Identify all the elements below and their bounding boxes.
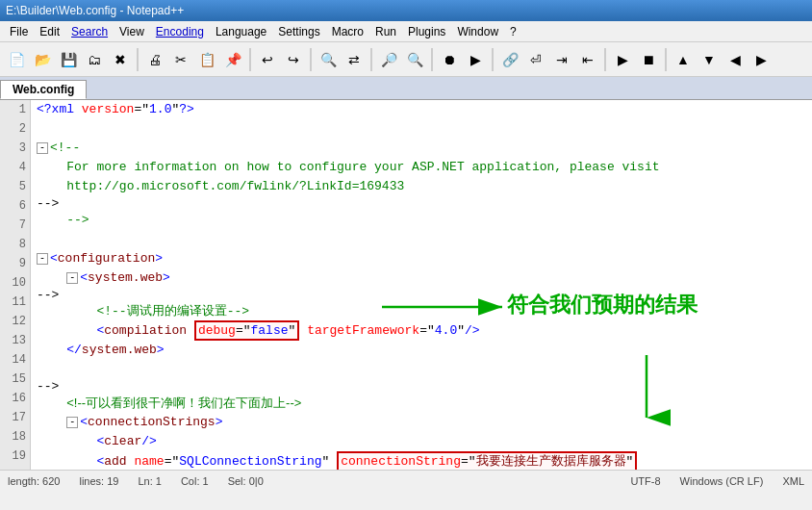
status-lines: lines: 19	[79, 475, 118, 487]
status-length: length: 620	[8, 475, 60, 487]
paste-button[interactable]: 📌	[220, 47, 245, 72]
wrap-button[interactable]: ⏎	[523, 47, 548, 72]
code-line-2	[37, 119, 812, 139]
tab-label: Web.config	[13, 83, 74, 96]
print-button[interactable]: 🖨	[142, 47, 167, 72]
code-line-16: <clear/>	[37, 432, 812, 451]
status-encoding: UTF-8	[630, 475, 660, 487]
deindent-button[interactable]: ⇤	[575, 47, 600, 72]
toolbar-sep-8	[665, 48, 667, 71]
code-line-4: For more information on how to configure…	[37, 158, 812, 177]
toolbar-sep-3	[310, 48, 312, 71]
code-line-15: -<connectionStrings>	[37, 413, 812, 432]
toolbar-sep-7	[604, 48, 606, 71]
menu-encoding[interactable]: Encoding	[150, 23, 210, 40]
macro-play-button[interactable]: ▶	[463, 47, 488, 72]
code-line-5: http://go.microsoft.com/fwlink/?LinkId=1…	[37, 177, 812, 196]
code-line-14: <!--可以看到很干净啊！我们在下面加上-->	[37, 394, 812, 413]
code-line-12: </system.web>	[37, 341, 812, 360]
status-type: XML	[782, 475, 804, 487]
tab-webconfig[interactable]: Web.config	[0, 80, 87, 99]
zoom-in-button[interactable]: 🔎	[376, 47, 401, 72]
indent-button[interactable]: ⇥	[549, 47, 574, 72]
tab-bar: Web.config	[0, 77, 812, 100]
menu-plugins[interactable]: Plugins	[402, 23, 451, 40]
copy-button[interactable]: 📋	[194, 47, 219, 72]
toolbar-sep-5	[431, 48, 433, 71]
toolbar-sep-1	[137, 48, 139, 71]
move-left-button[interactable]: ◀	[723, 47, 748, 72]
fold-marker-9[interactable]: -	[66, 272, 78, 284]
code-line-6: -->	[37, 211, 812, 230]
menu-edit[interactable]: Edit	[34, 23, 65, 40]
status-col: Col: 1	[181, 475, 209, 487]
code-line-7	[37, 230, 812, 249]
move-right-button[interactable]: ▶	[749, 47, 774, 72]
menu-search[interactable]: Search	[65, 23, 114, 40]
code-line-3: -<!--	[37, 139, 812, 158]
code-line-8: -<configuration>	[37, 249, 812, 268]
fold-marker-3[interactable]: -	[37, 142, 48, 154]
close-button[interactable]: ✖	[108, 47, 133, 72]
redo-button[interactable]: ↪	[281, 47, 306, 72]
toolbar-sep-2	[249, 48, 251, 71]
menu-window[interactable]: Window	[451, 23, 504, 40]
new-button[interactable]: 📄	[4, 47, 29, 72]
code-line-1: <?xml version="1.0"?>	[37, 100, 812, 119]
menu-macro[interactable]: Macro	[326, 23, 369, 40]
cut-button[interactable]: ✂	[168, 47, 193, 72]
undo-button[interactable]: ↩	[255, 47, 280, 72]
menu-language[interactable]: Language	[210, 23, 272, 40]
save-all-button[interactable]: 🗂	[82, 47, 107, 72]
move-down-button[interactable]: ▼	[697, 47, 722, 72]
open-button[interactable]: 📂	[30, 47, 55, 72]
code-line-17: <add name="SQLConnectionString" connecti…	[37, 451, 812, 470]
code-area: 1 2 3 4 5 6 7 8 9 10 11 12 13 14 15 16 1…	[0, 100, 812, 470]
code-line-9: -<system.web>	[37, 268, 812, 288]
menu-help[interactable]: ?	[504, 23, 522, 40]
stop-button[interactable]: ⏹	[636, 47, 661, 72]
code-line-13	[37, 360, 812, 379]
title-bar: E:\Builder\Web.config - Notepad++	[0, 0, 812, 21]
toolbar-sep-4	[370, 48, 372, 71]
save-button[interactable]: 💾	[56, 47, 81, 72]
replace-button[interactable]: ⇄	[342, 47, 367, 72]
macro-button[interactable]: ⏺	[437, 47, 462, 72]
menu-file[interactable]: File	[4, 23, 34, 40]
run-button[interactable]: ▶	[610, 47, 635, 72]
status-eol: Windows (CR LF)	[680, 475, 764, 487]
status-bar: length: 620 lines: 19 Ln: 1 Col: 1 Sel: …	[0, 470, 812, 491]
title-text: E:\Builder\Web.config - Notepad++	[6, 4, 184, 17]
code-line-11: <compilation debug="false" targetFramewo…	[37, 321, 812, 341]
find-button[interactable]: 🔍	[316, 47, 341, 72]
status-sel: Sel: 0|0	[228, 475, 264, 487]
toolbar: 📄 📂 💾 🗂 ✖ 🖨 ✂ 📋 📌 ↩ ↪ 🔍 ⇄ 🔎 🔍 ⏺ ▶ 🔗 ⏎ ⇥ …	[0, 42, 812, 77]
code-line-10: <!--调试用的编译设置-->	[37, 302, 812, 321]
menu-settings[interactable]: Settings	[272, 23, 325, 40]
fold-marker-8[interactable]: -	[37, 253, 48, 265]
code-content[interactable]: <?xml version="1.0"?> -<!-- For more inf…	[31, 100, 812, 470]
line-numbers: 1 2 3 4 5 6 7 8 9 10 11 12 13 14 15 16 1…	[0, 100, 31, 470]
menu-bar: File Edit Search View Encoding Language …	[0, 21, 812, 42]
menu-run[interactable]: Run	[369, 23, 402, 40]
menu-view[interactable]: View	[114, 23, 150, 40]
move-up-button[interactable]: ▲	[671, 47, 696, 72]
toolbar-sep-6	[492, 48, 494, 71]
fold-marker-15[interactable]: -	[66, 417, 78, 428]
status-ln: Ln: 1	[138, 475, 161, 487]
zoom-out-button[interactable]: 🔍	[402, 47, 427, 72]
sync-button[interactable]: 🔗	[497, 47, 522, 72]
